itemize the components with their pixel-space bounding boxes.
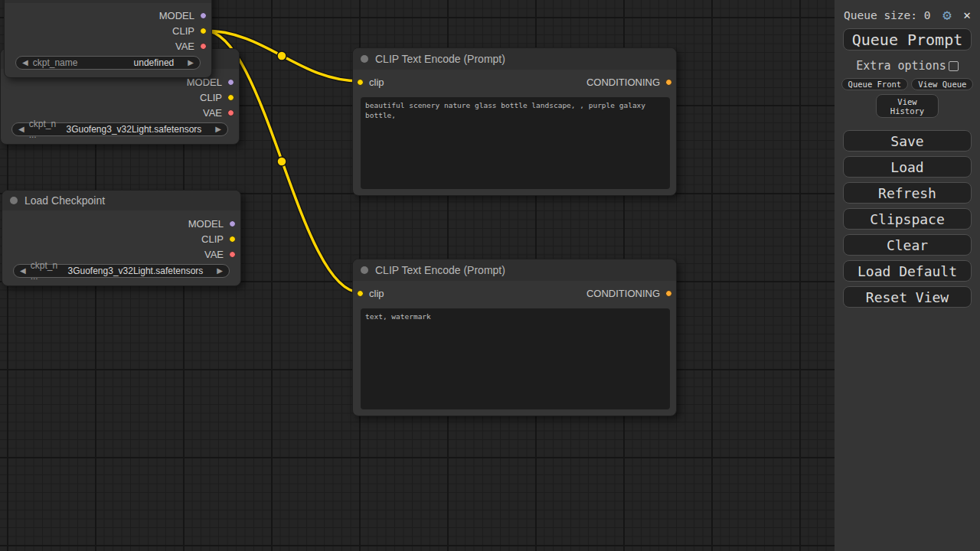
reset-view-button[interactable]: Reset View [843,286,972,308]
widget-prev-icon[interactable]: ◀ [18,122,24,136]
clip-input-dot[interactable] [357,290,364,297]
clip-port-dot[interactable] [227,94,234,101]
node-title-bar[interactable]: CLIP Text Encode (Prompt) [353,259,676,281]
positive-prompt-textarea[interactable]: beautiful scenery nature glass bottle la… [361,97,670,189]
model-port-dot[interactable] [227,79,234,86]
collapse-dot[interactable] [361,266,368,274]
node-load-checkpoint[interactable]: Load Checkpoint MODEL CLIP VAE ◀ ckpt_n [2,190,241,286]
negative-prompt-textarea[interactable]: text, watermark [361,308,670,409]
widget-next-icon[interactable]: ▶ [215,122,221,136]
node-clip-text-encode-negative[interactable]: CLIP Text Encode (Prompt) clip CONDITION… [352,259,677,416]
clipspace-button[interactable]: Clipspace [843,208,972,230]
refresh-button[interactable]: Refresh [843,182,972,204]
node-title-bar[interactable]: CLIP Text Encode (Prompt) [353,48,676,70]
vae-port-dot[interactable] [227,109,234,116]
node-clip-text-encode-positive[interactable]: CLIP Text Encode (Prompt) clip CONDITION… [352,47,677,196]
output-slot-clip: CLIP [2,231,240,246]
widget-prev-icon[interactable]: ◀ [22,56,28,70]
output-slot-model: MODEL [2,216,240,231]
clip-port-dot[interactable] [229,236,236,243]
extra-options-checkbox[interactable] [949,61,959,71]
clip-port-dot[interactable] [200,28,207,34]
ckpt-name-widget[interactable]: ◀ ckpt_name undefined ▶ [15,56,201,70]
comfy-menu-panel: Queue size: 0 ⚙ ✕ Queue Prompt Extra opt… [835,0,980,551]
collapse-dot[interactable] [10,197,18,204]
queue-prompt-button[interactable]: Queue Prompt [843,28,972,51]
output-slot-vae: VAE [1,105,239,120]
vae-port-dot[interactable] [200,43,207,50]
widget-next-icon[interactable]: ▶ [188,56,194,70]
ckpt-name-widget[interactable]: ◀ ckpt_n ... 3Guofeng3_v32Light.safetens… [13,264,230,278]
extra-options-label: Extra options [856,59,946,73]
output-slot-vae: VAE [2,246,240,262]
queue-front-button[interactable]: Queue Front [841,78,909,90]
view-history-button[interactable]: View History [876,94,939,118]
node-load-checkpoint-top[interactable]: MODEL CLIP VAE ◀ ckpt_name undefined ▶ [4,0,212,78]
link-midpoint-dot [277,51,286,60]
view-queue-button[interactable]: View Queue [911,78,973,90]
queue-size-label: Queue size: 0 [844,9,931,21]
output-slot-model: MODEL [5,8,211,23]
widget-prev-icon[interactable]: ◀ [20,264,26,278]
load-button[interactable]: Load [843,156,972,178]
close-icon[interactable]: ✕ [963,9,971,21]
output-slot-vae: VAE [5,38,211,54]
vae-port-dot[interactable] [229,251,236,258]
widget-next-icon[interactable]: ▶ [217,264,223,278]
link-midpoint-dot [277,157,286,166]
settings-gear-icon[interactable]: ⚙ [942,8,951,22]
conditioning-output-dot[interactable] [665,290,672,297]
ckpt-name-widget[interactable]: ◀ ckpt_n ... 3Guofeng3_v32Light.safetens… [11,122,228,136]
node-graph-canvas[interactable]: MODEL CLIP VAE ◀ ckpt_n ... 3Guofeng3_v3… [0,0,835,551]
clip-input-dot[interactable] [357,79,364,86]
model-port-dot[interactable] [200,12,207,19]
node-title-bar[interactable]: Load Checkpoint [2,191,240,210]
collapse-dot[interactable] [361,55,368,63]
output-slot-clip: CLIP [1,90,239,105]
model-port-dot[interactable] [229,220,236,227]
node-title: CLIP Text Encode (Prompt) [375,264,505,276]
output-slot-clip: CLIP [5,23,211,38]
conditioning-output-dot[interactable] [665,79,672,86]
node-title: CLIP Text Encode (Prompt) [375,53,505,65]
clear-button[interactable]: Clear [843,234,972,256]
load-default-button[interactable]: Load Default [843,260,972,282]
save-button[interactable]: Save [843,130,972,152]
node-title: Load Checkpoint [24,194,105,207]
